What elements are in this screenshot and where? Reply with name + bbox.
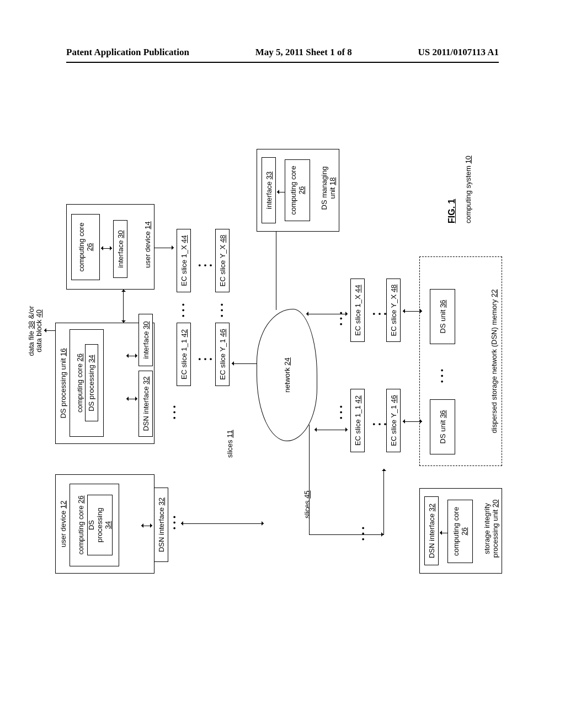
interface-30-a: interface 30 <box>138 314 153 366</box>
ds-managing-unit: interface 33 computing core26 DS managin… <box>257 149 339 232</box>
dots-icon: • • • <box>373 309 387 318</box>
ec-slice-1-x: EC slice 1_X 44 <box>177 229 191 292</box>
arrow-icon <box>141 526 152 526</box>
dots-icon: • • • <box>337 311 345 325</box>
figure-1: data file 38 &/or data block 40 user dev… <box>33 176 530 574</box>
dots-icon: • • • <box>337 405 345 419</box>
dots-icon: • • • <box>373 420 387 428</box>
computing-core-14: computing core26 <box>71 214 100 280</box>
dots-icon: • • • <box>438 368 446 383</box>
slices-11-label: slices 11 <box>226 430 234 458</box>
dsn-memory: DS unit 36 • • • DS unit 36 dispersed st… <box>419 256 502 466</box>
arrow-icon <box>101 248 112 249</box>
arrow-icon <box>126 356 137 356</box>
interface-30-b: interface 30 <box>113 220 127 278</box>
dots-icon: • • • <box>199 261 213 269</box>
network-cloud: network 24 <box>257 309 317 441</box>
dots-icon: • • • <box>170 515 178 529</box>
arrow-icon <box>123 290 124 323</box>
ec-slice-y-1: EC slice Y_1 46 <box>215 323 230 386</box>
dots-icon: • • • <box>359 526 367 540</box>
figure-caption: FIG. 1 computing system 10 <box>447 124 472 223</box>
ec-slice-1-1: EC slice 1_1 42 <box>177 323 191 386</box>
ec-slice-y-1-b: EC slice Y_1 46 <box>386 389 401 452</box>
dots-icon: • • • <box>199 355 213 363</box>
ec-slice-1-1-b: EC slice 1_1 42 <box>350 389 365 452</box>
computing-core-12: computing core 26 DS processing 34 <box>70 484 119 566</box>
ec-slice-1-x-b: EC slice 1_X 44 <box>350 279 365 342</box>
line <box>309 425 310 535</box>
header-center: May 5, 2011 Sheet 1 of 8 <box>255 47 352 58</box>
page-header: Patent Application Publication May 5, 20… <box>0 47 565 58</box>
dots-icon: • • • <box>217 303 226 317</box>
ds-processing-unit-16: DS processing unit 16 computing core 26 … <box>55 323 154 444</box>
dsn-interface-12: DSN interface 32 <box>154 488 168 562</box>
dsn-interface-16: DSN interface 32 <box>138 371 153 437</box>
computing-core-18: computing core26 <box>285 159 310 221</box>
arrow-icon <box>383 469 384 535</box>
computing-core-16: computing core 26 DS processing 34 <box>70 329 104 437</box>
header-right: US 2011/0107113 A1 <box>418 47 499 58</box>
arrow-icon <box>181 523 264 524</box>
ds-processing-12: DS processing 34 <box>87 495 113 555</box>
arrow-icon <box>309 534 383 535</box>
arrow-icon <box>315 430 348 430</box>
arrow-icon <box>44 330 55 331</box>
header-rule <box>66 62 499 63</box>
data-file-label: data file 38 &/or data block 40 <box>28 281 44 381</box>
header-left: Patent Application Publication <box>66 47 189 58</box>
ec-slice-y-x-b: EC slice Y_X 48 <box>386 279 401 342</box>
ec-slice-y-x: EC slice Y_X 48 <box>215 229 230 292</box>
user-device-14: computing core26 interface 30 user devic… <box>66 204 154 290</box>
arrow-icon <box>126 399 137 399</box>
dots-icon: • • • <box>179 303 187 317</box>
ds-processing-16: DS processing 34 <box>85 345 98 422</box>
computing-core-20: computing core26 <box>447 500 473 563</box>
interface-33: interface 33 <box>262 157 276 223</box>
ds-unit-a: DS unit 36 <box>430 399 455 454</box>
arrow-icon <box>154 248 174 248</box>
user-device-12: user device 12 computing core 26 DS proc… <box>55 474 154 574</box>
dots-icon: • • • <box>170 405 178 419</box>
ds-unit-b: DS unit 36 <box>430 289 455 344</box>
dsn-interface-20: DSN interface 32 <box>424 496 439 565</box>
slices-45-label: slices 45 <box>303 490 311 518</box>
storage-integrity-unit: DSN interface 32 computing core26 storag… <box>419 488 502 574</box>
